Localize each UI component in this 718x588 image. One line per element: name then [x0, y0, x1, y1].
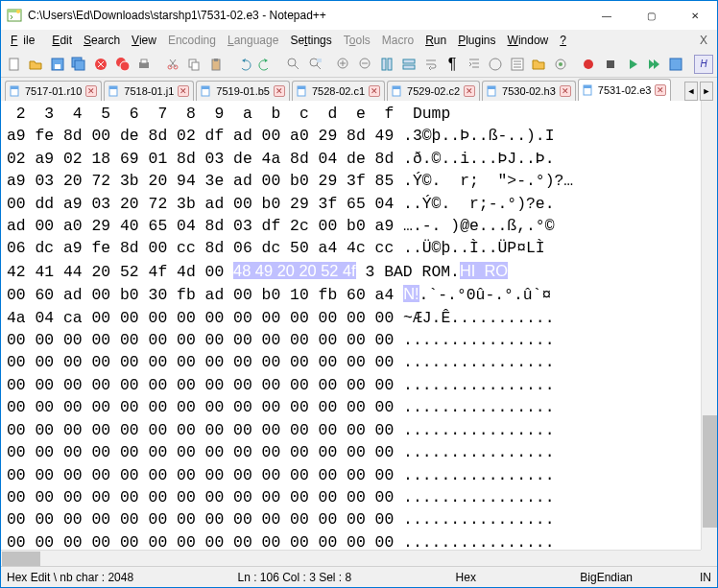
svg-rect-16	[192, 62, 199, 70]
svg-rect-34	[670, 59, 682, 70]
tab-6[interactable]: 7531-02.e3✕	[578, 79, 672, 101]
replace-icon[interactable]	[306, 55, 325, 74]
help-x[interactable]: X	[694, 32, 713, 49]
tab-label: 7519-01.b5	[216, 85, 270, 97]
zoomin-icon[interactable]	[335, 55, 354, 74]
cut-icon[interactable]	[163, 55, 182, 74]
close-button[interactable]: ✕	[673, 1, 717, 30]
menu-edit[interactable]: Edit	[46, 32, 78, 49]
app-icon	[7, 8, 22, 23]
stop-icon[interactable]	[601, 55, 620, 74]
menu-search[interactable]: Search	[78, 32, 126, 49]
savemacro-icon[interactable]	[666, 55, 685, 74]
folder-icon[interactable]	[530, 55, 549, 74]
sync-h-icon[interactable]	[399, 55, 419, 74]
redo-icon[interactable]	[256, 55, 275, 74]
new-icon[interactable]	[5, 55, 24, 74]
file-icon	[10, 85, 21, 97]
open-icon[interactable]	[27, 55, 46, 74]
menu-encoding[interactable]: Encoding	[162, 32, 222, 49]
svg-rect-24	[382, 59, 386, 70]
tab-label: 7518-01.j1	[124, 85, 174, 97]
hex-icon[interactable]: H	[694, 55, 713, 74]
editor[interactable]: 2 3 4 5 6 7 8 9 a b c d e f Dump a9 fe 8…	[1, 101, 717, 566]
closeall-icon[interactable]	[113, 55, 132, 74]
svg-point-2	[16, 10, 20, 13]
paste-icon[interactable]	[206, 55, 226, 74]
scroll-corner	[701, 550, 717, 566]
tab-close-icon[interactable]: ✕	[655, 84, 666, 96]
find-icon[interactable]	[284, 55, 303, 74]
svg-rect-44	[393, 86, 400, 89]
record-icon[interactable]	[580, 55, 599, 74]
menu-file[interactable]: File	[5, 32, 46, 49]
menu-plugins[interactable]: Plugins	[452, 32, 501, 49]
status-pos: Ln : 106 Col : 3 Sel : 8	[237, 571, 351, 584]
menu-settings[interactable]: Settings	[284, 32, 337, 49]
menu-language[interactable]: Language	[222, 32, 284, 49]
zoomout-icon[interactable]	[356, 55, 375, 74]
status-endian: BigEndian	[580, 571, 633, 584]
svg-rect-21	[317, 59, 322, 62]
file-icon	[201, 85, 212, 97]
svg-rect-25	[388, 59, 392, 70]
sync-v-icon[interactable]	[378, 55, 397, 74]
funclist-icon[interactable]	[508, 55, 527, 74]
tab-4[interactable]: 7529-02.c2✕	[387, 81, 480, 101]
tab-nav-left[interactable]: ◄	[684, 82, 698, 101]
tab-label: 7517-01.r10	[25, 85, 82, 97]
status-mode: Hex Edit \ nb char : 2048	[7, 571, 133, 584]
tab-label: 7529-02.c2	[407, 85, 460, 97]
tab-1[interactable]: 7518-01.j1✕	[104, 81, 194, 101]
statusbar: Hex Edit \ nb char : 2048 Ln : 106 Col :…	[1, 566, 717, 587]
menu-tools[interactable]: Tools	[338, 32, 376, 49]
allchars-icon[interactable]: ¶	[443, 55, 462, 74]
tab-bar: 7517-01.r10✕7518-01.j1✕7519-01.b5✕7528-0…	[1, 78, 717, 101]
menu-macro[interactable]: Macro	[376, 32, 419, 49]
maximize-button[interactable]: ▢	[629, 1, 673, 30]
playmulti-icon[interactable]	[644, 55, 663, 74]
print-icon[interactable]	[134, 55, 154, 74]
tab-0[interactable]: 7517-01.r10✕	[5, 81, 102, 101]
copy-icon[interactable]	[184, 55, 203, 74]
tab-label: 7528-02.c1	[312, 85, 365, 97]
tab-2[interactable]: 7519-01.b5✕	[196, 81, 290, 101]
tab-label: 7530-02.h3	[502, 85, 556, 97]
menu-window[interactable]: Window	[502, 32, 555, 49]
svg-rect-12	[141, 59, 147, 63]
tab-close-icon[interactable]: ✕	[274, 85, 285, 97]
tab-5[interactable]: 7530-02.h3✕	[482, 81, 576, 101]
tab-nav-right[interactable]: ►	[700, 82, 713, 101]
tab-3[interactable]: 7528-02.c1✕	[292, 81, 385, 101]
menu-run[interactable]: Run	[419, 32, 452, 49]
file-icon	[392, 85, 403, 97]
status-ins: IN	[700, 571, 711, 584]
tab-close-icon[interactable]: ✕	[369, 85, 380, 97]
undo-icon[interactable]	[234, 55, 253, 74]
tab-close-icon[interactable]: ✕	[464, 85, 475, 97]
wrap-icon[interactable]	[421, 55, 441, 74]
svg-rect-46	[488, 86, 495, 89]
svg-rect-48	[584, 85, 591, 88]
tab-close-icon[interactable]: ✕	[85, 85, 97, 97]
tab-close-icon[interactable]: ✕	[560, 85, 571, 97]
vertical-scrollbar[interactable]	[701, 101, 717, 550]
indent-icon[interactable]	[465, 55, 484, 74]
minimize-button[interactable]: —	[585, 1, 629, 30]
play-icon[interactable]	[623, 55, 642, 74]
titlebar[interactable]: C:\Users\Ed\Downloads\starshp1\7531-02.e…	[1, 1, 717, 30]
close-file-icon[interactable]	[91, 55, 110, 74]
tab-label: 7531-02.e3	[598, 84, 652, 96]
menu-help[interactable]: ?	[554, 32, 572, 49]
svg-rect-36	[11, 86, 18, 89]
saveall-icon[interactable]	[70, 55, 89, 74]
svg-point-32	[584, 59, 593, 69]
menu-view[interactable]: View	[126, 32, 162, 49]
save-icon[interactable]	[48, 55, 67, 74]
horizontal-scrollbar[interactable]	[1, 550, 701, 566]
lang-icon[interactable]	[486, 55, 505, 74]
monitor-icon[interactable]	[551, 55, 570, 74]
file-icon	[297, 85, 308, 97]
svg-rect-27	[403, 65, 415, 69]
tab-close-icon[interactable]: ✕	[178, 85, 189, 97]
